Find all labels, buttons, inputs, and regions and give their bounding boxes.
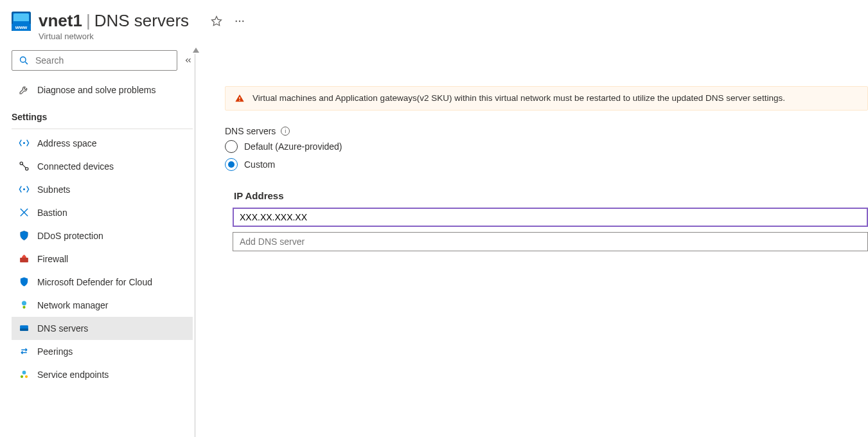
defender-shield-icon	[18, 276, 30, 288]
sidebar-item-defender[interactable]: Microsoft Defender for Cloud	[12, 271, 193, 294]
section-divider	[12, 129, 193, 129]
page-header: vnet1 | DNS servers Virtual network	[0, 0, 868, 48]
ip-address-input[interactable]	[233, 208, 868, 227]
sidebar-item-label: Bastion	[37, 208, 67, 218]
sidebar-item-network-manager[interactable]: Network manager	[12, 294, 193, 317]
sidebar-item-bastion[interactable]: Bastion	[12, 201, 193, 224]
bastion-icon	[18, 207, 30, 219]
service-endpoints-icon	[18, 369, 30, 380]
connected-devices-icon	[18, 161, 30, 172]
firewall-icon	[18, 253, 30, 265]
sidebar-item-label: Network manager	[37, 300, 109, 310]
svg-rect-21	[239, 100, 240, 100]
radio-label: Custom	[244, 159, 275, 170]
sidebar-item-label: Address space	[37, 138, 97, 148]
sidebar-section-settings: Settings	[12, 103, 193, 126]
sidebar-item-label: Subnets	[37, 184, 70, 195]
sidebar-search-input[interactable]	[34, 55, 172, 66]
radio-label: Default (Azure-provided)	[244, 141, 342, 152]
sidebar-search[interactable]	[12, 50, 177, 71]
sidebar-item-label: Peerings	[37, 346, 73, 357]
sidebar-item-label: Connected devices	[37, 161, 114, 172]
shield-icon	[18, 230, 30, 242]
network-manager-icon	[18, 299, 30, 311]
radio-default[interactable]: Default (Azure-provided)	[225, 140, 868, 153]
sidebar-item-firewall[interactable]: Firewall	[12, 247, 193, 271]
address-space-icon	[18, 138, 30, 149]
svg-rect-12	[20, 258, 28, 262]
sidebar-item-ddos[interactable]: DDoS protection	[12, 224, 193, 247]
sidebar-item-peerings[interactable]: Peerings	[12, 340, 193, 363]
add-dns-server-input[interactable]	[233, 232, 868, 251]
svg-rect-20	[239, 97, 240, 99]
sidebar: Diagnose and solve problems Settings Add…	[0, 48, 193, 437]
sidebar-item-connected-devices[interactable]: Connected devices	[12, 155, 193, 178]
dns-servers-radio-group: Default (Azure-provided) Custom	[225, 140, 868, 171]
page-title: vnet1 | DNS servers	[39, 12, 189, 30]
svg-point-19	[24, 375, 27, 378]
main-content: Virtual machines and Application gateway…	[199, 48, 868, 437]
vnet-resource-icon	[12, 12, 31, 31]
svg-point-1	[236, 21, 237, 22]
svg-point-4	[20, 57, 26, 63]
title-separator: |	[86, 12, 91, 30]
sidebar-scroll-indicator[interactable]	[193, 48, 199, 437]
sidebar-item-subnets[interactable]: Subnets	[12, 178, 193, 201]
svg-point-2	[239, 21, 240, 22]
collapse-sidebar-icon[interactable]	[184, 56, 193, 65]
subnets-icon	[18, 184, 30, 195]
svg-line-5	[25, 62, 28, 64]
warning-banner: Virtual machines and Application gateway…	[225, 86, 868, 111]
sidebar-item-diagnose[interactable]: Diagnose and solve problems	[12, 77, 193, 103]
svg-rect-16	[20, 328, 28, 331]
info-icon[interactable]: i	[281, 127, 290, 136]
sidebar-item-label: Firewall	[37, 254, 68, 264]
resource-name: vnet1	[39, 12, 82, 30]
warning-banner-text: Virtual machines and Application gateway…	[252, 93, 785, 103]
svg-marker-0	[212, 17, 222, 26]
ip-address-header: IP Address	[234, 190, 868, 201]
sidebar-item-label: Microsoft Defender for Cloud	[37, 277, 152, 287]
sidebar-item-dns-servers[interactable]: DNS servers	[12, 317, 193, 340]
radio-icon	[225, 140, 238, 153]
resource-type: Virtual network	[39, 31, 189, 41]
more-actions-icon[interactable]	[234, 15, 245, 27]
sidebar-item-label: DDoS protection	[37, 231, 103, 241]
pin-favorite-icon[interactable]	[211, 15, 222, 27]
sidebar-item-label: Diagnose and solve problems	[37, 85, 155, 95]
svg-point-9	[23, 189, 24, 190]
radio-custom[interactable]: Custom	[225, 158, 868, 171]
svg-point-6	[23, 143, 24, 144]
sidebar-item-label: DNS servers	[37, 323, 88, 334]
sidebar-item-label: Service endpoints	[37, 370, 109, 380]
blade-title: DNS servers	[94, 12, 189, 30]
radio-icon	[225, 158, 238, 171]
svg-point-17	[22, 371, 26, 375]
svg-point-18	[20, 375, 22, 378]
peerings-icon	[18, 346, 30, 357]
warning-icon	[235, 93, 245, 103]
svg-point-13	[21, 301, 26, 305]
wrench-icon	[18, 84, 30, 96]
dns-servers-icon	[18, 323, 30, 334]
search-icon	[17, 55, 29, 66]
svg-point-3	[242, 21, 244, 22]
sidebar-item-address-space[interactable]: Address space	[12, 132, 193, 155]
dns-servers-label: DNS servers	[225, 126, 276, 136]
sidebar-item-service-endpoints[interactable]: Service endpoints	[12, 363, 193, 386]
